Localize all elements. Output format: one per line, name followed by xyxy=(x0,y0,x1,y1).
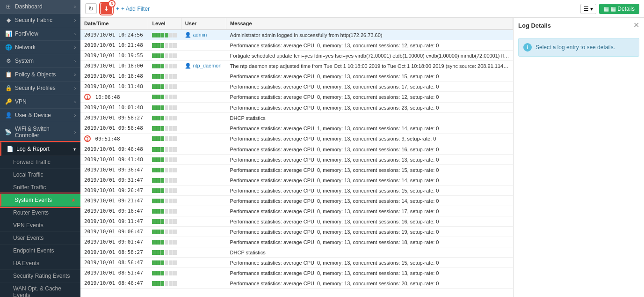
cell-message: Performance statistics: average CPU: 0, … xyxy=(226,186,513,196)
chevron-down-icon: ▾ xyxy=(73,147,76,152)
cell-message: Performance statistics: average CPU: 0, … xyxy=(226,134,513,144)
table-header-row: Date/Time Level User Message xyxy=(80,18,513,30)
table-row[interactable]: 2019/10/01 09:11:47Performance statistic… xyxy=(80,216,513,227)
table-row[interactable]: 2019/10/01 09:21:47Performance statistic… xyxy=(80,196,513,206)
table-row[interactable]: 2019/10/01 09:06:47Performance statistic… xyxy=(80,227,513,237)
table-row[interactable]: 1 10:06:48Performance statistics: averag… xyxy=(80,92,513,103)
sidebar-item-vpn[interactable]: 🔑 VPN › xyxy=(0,95,80,109)
cell-message: Performance statistics: average CPU: 0, … xyxy=(226,278,513,289)
cell-user xyxy=(181,123,226,134)
table-row[interactable]: 2019/10/01 09:58:27DHCP statistics xyxy=(80,113,513,123)
col-header-level[interactable]: Level xyxy=(148,18,181,30)
table-row[interactable]: 2019/10/01 09:31:47Performance statistic… xyxy=(80,175,513,186)
details-button[interactable]: ▦ ▦ Details xyxy=(599,4,639,14)
col-header-datetime[interactable]: Date/Time xyxy=(80,18,148,30)
cell-message: Performance statistics: average CPU: 1, … xyxy=(226,123,513,134)
log-report-icon: 📄 xyxy=(6,146,14,152)
cell-level xyxy=(148,175,181,186)
cell-level xyxy=(148,92,181,103)
cell-message: DHCP statistics xyxy=(226,113,513,123)
refresh-button[interactable]: ↻ xyxy=(85,3,97,14)
table-row[interactable]: 2019/10/01 10:11:48Performance statistic… xyxy=(80,82,513,92)
sidebar-sub-router-events[interactable]: Router Events xyxy=(0,207,80,219)
cell-message: Performance statistics: average CPU: 0, … xyxy=(226,71,513,82)
sidebar-item-log-report[interactable]: 📄 Log & Report ▾ xyxy=(0,142,80,156)
table-row[interactable]: 2 09:51:48Performance statistics: averag… xyxy=(80,134,513,144)
sidebar-item-system[interactable]: ⚙ System › xyxy=(0,54,80,68)
sidebar-sub-security-rating-events[interactable]: Security Rating Events xyxy=(0,270,80,282)
cell-datetime: 2019/10/01 08:51:47 xyxy=(80,268,148,278)
cell-level xyxy=(148,165,181,175)
columns-button[interactable]: ☰ ▾ xyxy=(580,4,596,14)
col-header-message[interactable]: Message xyxy=(226,18,513,30)
sidebar-item-policy-objects[interactable]: 📋 Policy & Objects › xyxy=(0,68,80,82)
sidebar-item-label: Security Profiles xyxy=(15,85,56,91)
table-row[interactable]: 2019/10/01 08:56:47Performance statistic… xyxy=(80,258,513,268)
cell-datetime: 2019/10/01 09:56:48 xyxy=(80,123,148,134)
sidebar-item-network[interactable]: 🌐 Network › xyxy=(0,41,80,54)
dashboard-icon: ⊞ xyxy=(5,3,12,10)
cell-message: Performance statistics: average CPU: 0, … xyxy=(226,237,513,247)
sidebar-item-label: WiFi & Switch Controller xyxy=(15,126,74,139)
table-row[interactable]: 2019/10/01 09:26:47Performance statistic… xyxy=(80,186,513,196)
sidebar-sub-vpn-events[interactable]: VPN Events xyxy=(0,219,80,232)
sidebar-item-security-profiles[interactable]: 🔒 Security Profiles › xyxy=(0,82,80,95)
sub-item-label: Local Traffic xyxy=(13,171,43,178)
sidebar-sub-local-traffic[interactable]: Local Traffic xyxy=(0,169,80,181)
toolbar: ↻ ⬇ 3 + + Add Filter ☰ ▾ ▦ ▦ Details xyxy=(80,0,644,18)
table-row[interactable]: 2019/10/01 09:36:47Performance statistic… xyxy=(80,165,513,175)
cell-message: Performance statistics: average CPU: 0, … xyxy=(226,206,513,216)
table-row[interactable]: 2019/10/01 10:18:00👤 ntp_daemonThe ntp d… xyxy=(80,61,513,71)
sidebar-item-fortiview[interactable]: 📊 FortiView › xyxy=(0,27,80,41)
cell-user xyxy=(181,227,226,237)
log-table-container[interactable]: Date/Time Level User Message 2019/10/01 … xyxy=(80,18,513,297)
sidebar-item-security-fabric[interactable]: ◆ Security Fabric › xyxy=(0,14,80,27)
system-icon: ⚙ xyxy=(5,58,12,64)
table-row[interactable]: 2019/10/01 10:01:48Performance statistic… xyxy=(80,103,513,113)
cell-user xyxy=(181,237,226,247)
cell-user xyxy=(181,258,226,268)
sidebar-sub-user-events[interactable]: User Events xyxy=(0,232,80,245)
chevron-right-icon: › xyxy=(74,18,76,23)
sidebar-item-dashboard[interactable]: ⊞ Dashboard › xyxy=(0,0,80,14)
sidebar-sub-endpoint-events[interactable]: Endpoint Events xyxy=(0,245,80,257)
table-row[interactable]: 2019/10/01 09:01:47Performance statistic… xyxy=(80,237,513,247)
table-row[interactable]: 2019/10/01 08:51:47Performance statistic… xyxy=(80,268,513,278)
sidebar-sub-wan-opt-cache-events[interactable]: WAN Opt. & Cache Events xyxy=(0,282,80,297)
main-content: ↻ ⬇ 3 + + Add Filter ☰ ▾ ▦ ▦ Details xyxy=(80,0,644,297)
sidebar: ⊞ Dashboard › ◆ Security Fabric › 📊 Fort… xyxy=(0,0,80,297)
add-filter-button[interactable]: + + Add Filter xyxy=(116,6,150,12)
cell-datetime: 2019/10/01 10:11:48 xyxy=(80,82,148,92)
download-button[interactable]: ⬇ 3 xyxy=(101,3,112,14)
table-row[interactable]: 2019/10/01 10:16:48Performance statistic… xyxy=(80,71,513,82)
sidebar-sub-system-events[interactable]: System Events ★ xyxy=(0,194,80,207)
col-header-user[interactable]: User xyxy=(181,18,226,30)
table-row[interactable]: 2019/10/01 10:19:55Fortigate scheduled u… xyxy=(80,51,513,61)
sidebar-item-label: Log & Report xyxy=(16,146,50,152)
cell-datetime: 2019/10/01 09:01:47 xyxy=(80,237,148,247)
table-row[interactable]: 2019/10/01 09:56:48Performance statistic… xyxy=(80,123,513,134)
table-row[interactable]: 2019/10/01 08:46:47Performance statistic… xyxy=(80,278,513,289)
sidebar-item-label: Security Fabric xyxy=(15,17,52,23)
cell-user xyxy=(181,103,226,113)
table-row[interactable]: 2019/10/01 10:24:56👤 adminAdministrator … xyxy=(80,30,513,40)
table-row[interactable]: 2019/10/01 09:46:48Performance statistic… xyxy=(80,144,513,155)
cell-user xyxy=(181,71,226,82)
sidebar-item-wifi-switch[interactable]: 📡 WiFi & Switch Controller › xyxy=(0,122,80,142)
table-row[interactable]: 2019/10/01 08:58:27DHCP statistics xyxy=(80,247,513,258)
sidebar-item-label: System xyxy=(15,58,34,64)
table-row[interactable]: 2019/10/01 10:21:48Performance statistic… xyxy=(80,40,513,51)
cell-message: Performance statistics: average CPU: 0, … xyxy=(226,82,513,92)
close-details-button[interactable]: ✕ xyxy=(633,22,639,29)
cell-message: Fortigate scheduled update fcni=yes fdni… xyxy=(226,51,513,61)
user-icon: 👤 xyxy=(5,112,12,119)
sidebar-sub-sniffer-traffic[interactable]: Sniffer Traffic xyxy=(0,181,80,194)
cell-datetime: 2019/10/01 08:58:27 xyxy=(80,247,148,258)
sidebar-sub-forward-traffic[interactable]: Forward Traffic xyxy=(0,156,80,169)
table-row[interactable]: 2019/10/01 09:16:47Performance statistic… xyxy=(80,206,513,216)
sidebar-sub-ha-events[interactable]: HA Events xyxy=(0,257,80,270)
cell-message: Performance statistics: average CPU: 0, … xyxy=(226,175,513,186)
table-row[interactable]: 2019/10/01 09:41:48Performance statistic… xyxy=(80,155,513,165)
sidebar-item-user-device[interactable]: 👤 User & Device › xyxy=(0,109,80,122)
sub-item-label: Security Rating Events xyxy=(13,273,70,279)
